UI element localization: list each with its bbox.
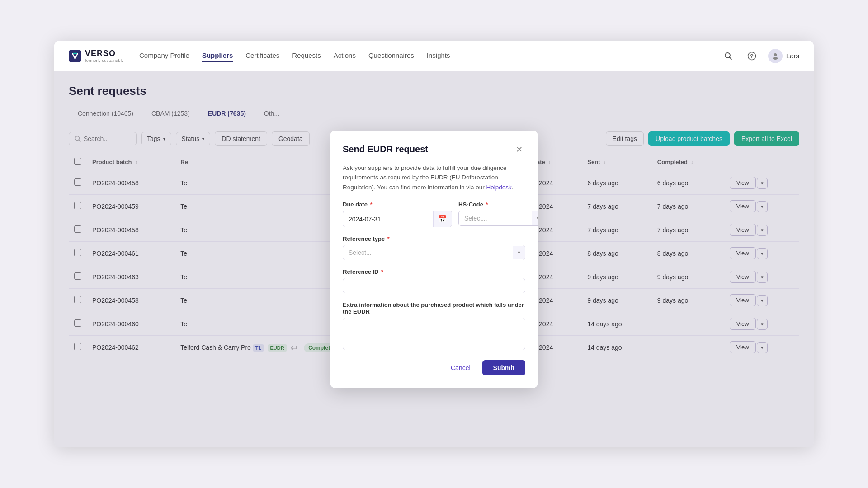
- svg-rect-0: [69, 50, 81, 62]
- hs-code-select-wrap[interactable]: Select... 09.01 - Coffee 15.11 - Palm oi…: [458, 211, 538, 226]
- modal-footer: Cancel Submit: [343, 360, 525, 375]
- hs-code-select[interactable]: Select... 09.01 - Coffee 15.11 - Palm oi…: [459, 211, 532, 225]
- user-avatar: [768, 49, 783, 63]
- nav-company-profile[interactable]: Company Profile: [139, 50, 189, 62]
- modal-title: Send EUDR request: [343, 144, 428, 155]
- extra-info-label: Extra information about the purchased pr…: [343, 301, 525, 315]
- help-button[interactable]: ?: [745, 49, 759, 63]
- navbar: VERSO formerly sustainabl. Company Profi…: [54, 41, 814, 71]
- calendar-icon[interactable]: 📅: [433, 211, 452, 227]
- helpdesk-link[interactable]: Helpdesk: [486, 184, 511, 191]
- hs-code-label: HS-Code *: [458, 201, 538, 208]
- form-row-date-hscode: Due date * 📅 HS-Code *: [343, 201, 525, 227]
- due-date-input[interactable]: [343, 212, 433, 226]
- required-indicator: *: [370, 201, 373, 208]
- app-window: VERSO formerly sustainabl. Company Profi…: [54, 41, 814, 447]
- due-date-input-wrap[interactable]: 📅: [343, 211, 452, 227]
- svg-text:?: ?: [750, 53, 754, 60]
- reference-id-label: Reference ID *: [343, 268, 525, 275]
- modal-overlay[interactable]: Send EUDR request ✕ Ask your suppliers t…: [54, 71, 814, 447]
- chevron-down-icon: ▾: [532, 211, 538, 225]
- reference-id-input[interactable]: [343, 278, 525, 293]
- svg-point-6: [773, 57, 778, 60]
- modal-description: Ask your suppliers to provide data to fu…: [343, 163, 525, 192]
- nav-requests[interactable]: Requests: [292, 50, 321, 62]
- nav-questionnaires[interactable]: Questionnaires: [368, 50, 414, 62]
- modal-header: Send EUDR request ✕: [343, 143, 525, 156]
- reference-id-group: Reference ID *: [343, 268, 525, 293]
- nav-insights[interactable]: Insights: [427, 50, 450, 62]
- reference-type-label: Reference type *: [343, 235, 525, 242]
- user-menu[interactable]: Lars: [768, 49, 799, 63]
- logo-icon: [69, 50, 81, 62]
- reference-type-group: Reference type * Select... Purchase Orde…: [343, 235, 525, 260]
- modal-close-button[interactable]: ✕: [513, 143, 525, 156]
- nav-right: ? Lars: [721, 49, 799, 63]
- required-indicator: *: [387, 235, 390, 242]
- logo-name: VERSO: [85, 49, 123, 58]
- user-name: Lars: [786, 52, 799, 60]
- extra-info-group: Extra information about the purchased pr…: [343, 301, 525, 350]
- search-button[interactable]: [721, 49, 736, 63]
- nav-suppliers[interactable]: Suppliers: [202, 50, 233, 62]
- due-date-group: Due date * 📅: [343, 201, 452, 227]
- logo-subtitle: formerly sustainabl.: [85, 58, 123, 63]
- reference-type-select[interactable]: Select... Purchase Order Invoice Contrac…: [343, 245, 513, 260]
- nav-links: Company Profile Suppliers Certificates R…: [139, 50, 705, 62]
- chevron-down-icon: ▾: [513, 246, 525, 259]
- required-indicator: *: [486, 201, 488, 208]
- svg-point-5: [774, 53, 777, 56]
- due-date-label: Due date *: [343, 201, 452, 208]
- reference-type-select-wrap[interactable]: Select... Purchase Order Invoice Contrac…: [343, 245, 525, 260]
- logo: VERSO formerly sustainabl.: [69, 49, 123, 63]
- nav-actions[interactable]: Actions: [334, 50, 356, 62]
- send-eudr-modal: Send EUDR request ✕ Ask your suppliers t…: [330, 131, 538, 389]
- nav-certificates[interactable]: Certificates: [245, 50, 279, 62]
- extra-info-textarea[interactable]: [343, 318, 525, 350]
- svg-line-2: [729, 57, 731, 59]
- submit-button[interactable]: Submit: [482, 360, 525, 375]
- cancel-button[interactable]: Cancel: [445, 361, 476, 375]
- main-content: Sent requests Connection (10465) CBAM (1…: [54, 71, 814, 447]
- required-indicator: *: [381, 268, 383, 275]
- hs-code-group: HS-Code * Select... 09.01 - Coffee 15.11…: [458, 201, 538, 227]
